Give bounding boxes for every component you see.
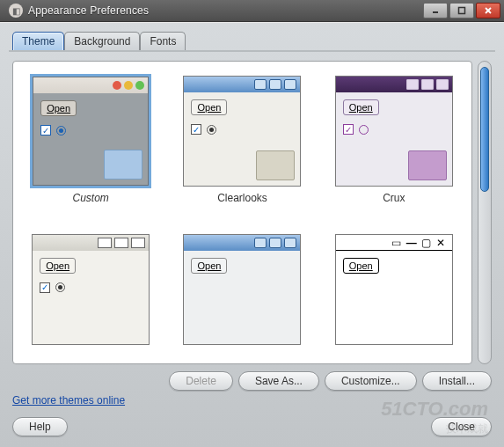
win-max-icon: — xyxy=(406,237,419,247)
footer: Help Close xyxy=(9,412,495,436)
win-min-icon xyxy=(254,238,267,248)
save-as-button[interactable]: Save As... xyxy=(238,371,319,391)
win-close-icon xyxy=(284,79,296,90)
radio-icon xyxy=(55,282,65,292)
tab-underline xyxy=(9,50,495,52)
theme-thumb-6[interactable]: ▭ — ▢ ✕ Open xyxy=(329,232,459,364)
delete-button[interactable]: Delete xyxy=(169,371,233,391)
theme-thumb-4[interactable]: Open ✓ xyxy=(26,232,156,364)
theme-label: Clearlooks xyxy=(217,192,267,204)
mac-zoom-icon xyxy=(135,81,144,90)
win-min-icon xyxy=(98,238,112,248)
checkbox-icon: ✓ xyxy=(40,282,50,293)
minimize-button[interactable] xyxy=(423,3,448,18)
win-max-icon xyxy=(269,238,281,248)
help-button[interactable]: Help xyxy=(12,417,68,436)
checkbox-icon: ✓ xyxy=(191,124,201,135)
open-button: Open xyxy=(191,99,227,115)
tab-theme[interactable]: Theme xyxy=(12,32,64,51)
theme-thumb-crux[interactable]: Open ✓ Crux xyxy=(329,74,459,222)
win-max-icon xyxy=(421,79,434,90)
open-button: Open xyxy=(191,258,227,274)
theme-grid: Open ✓ Custom xyxy=(12,61,472,364)
vertical-scrollbar[interactable] xyxy=(478,61,492,364)
more-themes-link[interactable]: Get more themes online xyxy=(9,394,495,412)
open-button: Open xyxy=(40,258,76,274)
customize-button[interactable]: Customize... xyxy=(325,371,417,391)
checkbox-icon: ✓ xyxy=(40,125,51,136)
win-close-icon xyxy=(131,238,145,248)
win-close-icon xyxy=(436,79,449,90)
win-close-icon: ✕ xyxy=(436,237,449,247)
tab-content: Open ✓ Custom xyxy=(9,57,495,412)
radio-icon xyxy=(56,126,66,136)
win-max-icon xyxy=(114,238,128,248)
win-min-icon xyxy=(406,79,419,90)
mac-min-icon xyxy=(124,81,133,90)
radio-icon xyxy=(207,125,216,135)
theme-thumb-custom[interactable]: Open ✓ Custom xyxy=(26,74,156,222)
win-min-icon: ▭ xyxy=(391,237,404,247)
maximize-button[interactable] xyxy=(449,3,474,18)
folder-icon xyxy=(256,150,295,180)
svg-rect-1 xyxy=(459,8,465,14)
tab-bar: Theme Background Fonts xyxy=(9,32,495,51)
theme-area: Open ✓ Custom xyxy=(9,57,495,364)
folder-icon xyxy=(104,150,142,180)
close-dialog-button[interactable]: Close xyxy=(431,417,492,436)
win-max-icon xyxy=(269,79,281,90)
install-button[interactable]: Install... xyxy=(422,371,492,391)
radio-icon xyxy=(359,125,369,135)
theme-label: Crux xyxy=(383,192,405,204)
theme-label: Custom xyxy=(72,192,108,204)
close-button[interactable] xyxy=(476,3,500,18)
win-close-icon xyxy=(284,238,296,248)
open-button: Open xyxy=(343,258,379,274)
mac-close-icon xyxy=(113,81,121,90)
main-panel: Theme Background Fonts Open xyxy=(0,22,504,447)
action-row: Delete Save As... Customize... Install..… xyxy=(9,364,495,394)
window-title: Appearance Preferences xyxy=(28,4,421,17)
titlebar: ◧ Appearance Preferences xyxy=(0,0,504,22)
folder-icon xyxy=(408,150,447,180)
window-buttons xyxy=(421,3,500,18)
checkbox-icon: ✓ xyxy=(343,124,354,135)
open-button: Open xyxy=(40,100,77,116)
win-min-icon xyxy=(254,79,267,90)
tab-background[interactable]: Background xyxy=(64,32,140,51)
open-button: Open xyxy=(343,99,379,115)
theme-thumb-clearlooks[interactable]: Open ✓ Clearlooks xyxy=(177,74,307,222)
win-max2-icon: ▢ xyxy=(421,237,434,247)
theme-thumb-5[interactable]: Open xyxy=(177,232,307,364)
tab-fonts[interactable]: Fonts xyxy=(140,32,186,51)
app-icon: ◧ xyxy=(9,4,23,18)
